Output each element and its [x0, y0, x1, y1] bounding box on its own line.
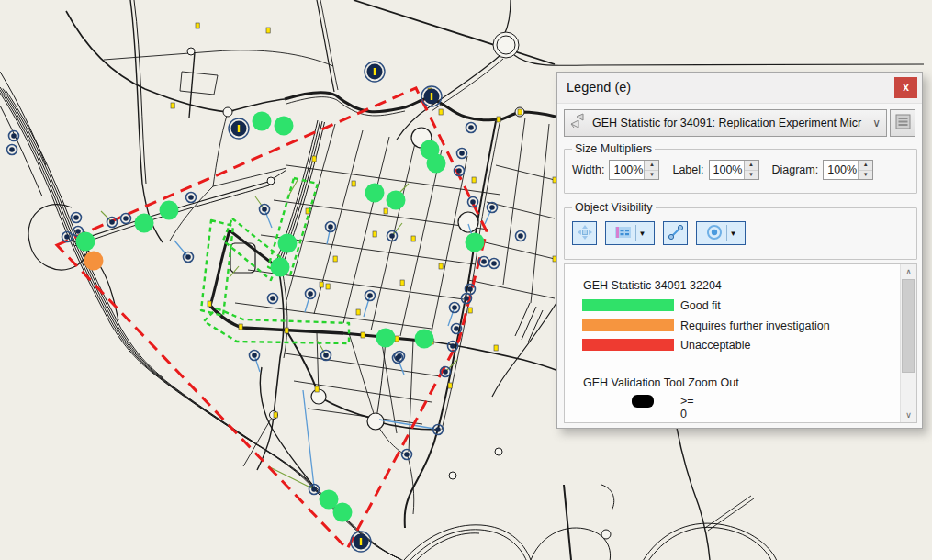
- detector-marker: [470, 199, 476, 205]
- signal-marker: [208, 301, 211, 307]
- connection-visibility-button[interactable]: [663, 221, 688, 245]
- link-icon: [668, 224, 684, 243]
- detector-marker: [467, 286, 473, 292]
- label-label: Label:: [672, 163, 703, 176]
- detector-marker: [450, 343, 455, 349]
- geh-good-fit-point: [135, 214, 154, 233]
- road-section-icon: [614, 224, 633, 243]
- width-label: Width:: [572, 163, 604, 176]
- signal-marker: [266, 28, 270, 33]
- diagram-label: Diagram:: [772, 163, 819, 176]
- geh-good-fit-point: [333, 503, 353, 522]
- diagram-spinner-arrows[interactable]: ▲▼: [858, 161, 872, 179]
- object-visibility-label: Object Visibility: [572, 201, 656, 214]
- geh-good-fit-point: [427, 154, 446, 174]
- signal-marker: [196, 23, 199, 28]
- detector-marker: [395, 355, 400, 361]
- signal-marker: [333, 256, 337, 262]
- detector-marker: [464, 296, 469, 301]
- detector-marker: [518, 233, 523, 239]
- signal-marker: [320, 282, 323, 287]
- chevron-down-icon: ▼: [730, 230, 737, 238]
- detector-marker: [11, 133, 17, 139]
- detector-marker: [252, 353, 257, 358]
- legend-section-title: GEH Statistic 34091 32204: [583, 279, 722, 292]
- detector-marker: [311, 487, 317, 492]
- layer-select-dropdown[interactable]: GEH Statistic for 34091: Replication Exp…: [564, 109, 887, 137]
- node-circle-icon: [705, 224, 724, 243]
- detector-marker: [491, 261, 497, 266]
- detector-marker: [308, 291, 313, 297]
- detector-marker: [454, 326, 459, 331]
- close-button[interactable]: x: [894, 77, 917, 98]
- signal-marker: [439, 263, 443, 269]
- move-arrows-icon: [577, 224, 593, 243]
- detector-marker: [9, 147, 15, 152]
- detector-marker: [489, 205, 495, 210]
- detector-marker: [404, 452, 410, 457]
- signal-marker: [315, 386, 319, 392]
- list-icon: [895, 114, 911, 132]
- scroll-down-icon[interactable]: ∨: [901, 408, 916, 422]
- geh-investigation-point: [84, 252, 104, 271]
- detector-marker: [389, 233, 395, 239]
- detector-marker: [435, 427, 441, 432]
- geh-good-fit-point: [275, 117, 294, 136]
- scrollbar[interactable]: ∧ ∨: [900, 264, 916, 422]
- chevron-down-icon: ▼: [639, 230, 646, 238]
- panel-header[interactable]: Legend (e) x: [557, 73, 922, 104]
- detector-marker: [185, 254, 191, 260]
- width-spinner[interactable]: 100% ▲▼: [609, 160, 659, 180]
- detector-marker: [367, 293, 373, 298]
- detector-marker: [73, 215, 79, 220]
- signal-marker: [352, 181, 355, 186]
- legend-section-title: GEH Validation Tool Zoom Out: [583, 376, 739, 389]
- detector-connector: [174, 241, 188, 257]
- geh-good-fit-point: [365, 184, 385, 203]
- interchange-bottom: [404, 428, 777, 560]
- signal-marker: [497, 117, 500, 122]
- detector-marker: [109, 219, 115, 225]
- scrollbar-thumb[interactable]: [902, 279, 915, 373]
- label-spinner-arrows[interactable]: ▲▼: [744, 161, 758, 179]
- signal-marker: [373, 231, 376, 237]
- width-spinner-arrows[interactable]: ▲▼: [644, 161, 658, 179]
- detector-marker: [270, 296, 275, 301]
- geh-good-fit-point: [76, 232, 95, 252]
- node-visibility-button[interactable]: ▼: [696, 221, 746, 245]
- unacceptable-swatch: [582, 339, 674, 351]
- geh-good-fit-point: [376, 329, 396, 348]
- detector-marker: [262, 207, 267, 212]
- legend-panel: Legend (e) x GEH Statistic for 34091: Re…: [556, 72, 923, 429]
- layer-menu-button[interactable]: [890, 109, 915, 137]
- detector-marker: [64, 234, 70, 240]
- geh-good-fit-point: [415, 330, 434, 349]
- signal-marker: [468, 308, 472, 313]
- views-icon: [568, 113, 589, 134]
- detector-connector: [268, 466, 312, 488]
- section-visibility-button[interactable]: ▼: [605, 221, 655, 245]
- city-grid: [213, 118, 555, 342]
- investigation-swatch: [582, 319, 674, 331]
- signal-marker: [400, 280, 404, 286]
- geh-good-fit-point: [271, 258, 290, 277]
- detector-marker: [456, 168, 462, 174]
- signal-marker: [312, 156, 316, 162]
- signal-marker: [494, 345, 498, 351]
- signal-marker: [238, 125, 240, 132]
- detector-connector: [327, 227, 331, 244]
- geh-good-fit-point: [278, 234, 298, 253]
- label-spinner[interactable]: 100% ▲▼: [709, 160, 759, 180]
- signal-marker: [171, 103, 174, 108]
- detector-marker: [443, 369, 448, 375]
- centroid-visibility-button[interactable]: [572, 221, 597, 245]
- scroll-up-icon[interactable]: ∧: [901, 264, 916, 279]
- signal-marker: [448, 383, 452, 388]
- size-multipliers-group: Size Multipliers Width: 100% ▲▼ Label: 1…: [564, 142, 917, 194]
- detector-marker: [328, 224, 333, 230]
- signal-marker: [374, 68, 376, 75]
- diagram-spinner[interactable]: 100% ▲▼: [823, 160, 873, 180]
- geh-good-fit-point: [160, 201, 179, 220]
- junction-nodes: [187, 48, 611, 539]
- signal-marker: [395, 336, 399, 342]
